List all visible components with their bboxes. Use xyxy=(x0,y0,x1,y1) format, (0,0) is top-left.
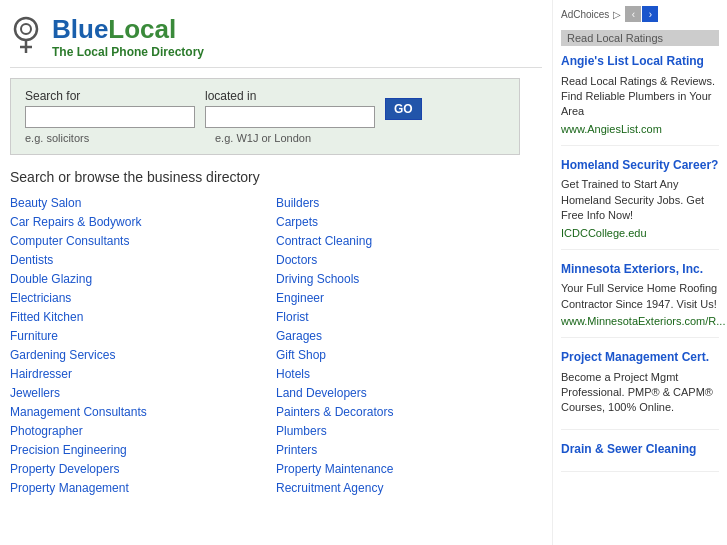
ad-body: Get Trained to Start Any Homeland Securi… xyxy=(561,177,719,223)
directory-link[interactable]: Gardening Services xyxy=(10,348,115,362)
list-item: Management Consultants xyxy=(10,404,276,419)
list-item: Garages xyxy=(276,328,542,343)
directory-link[interactable]: Photographer xyxy=(10,424,83,438)
ads-container: Angie's List Local RatingRead Local Rati… xyxy=(561,54,719,472)
next-arrow[interactable]: › xyxy=(642,6,658,22)
list-item: Precision Engineering xyxy=(10,442,276,457)
directory-link[interactable]: Gift Shop xyxy=(276,348,326,362)
ad-block: Minnesota Exteriors, Inc.Your Full Servi… xyxy=(561,262,719,338)
directory-link[interactable]: Doctors xyxy=(276,253,317,267)
ad-block: Drain & Sewer Cleaning xyxy=(561,442,719,473)
list-item: Electricians xyxy=(10,290,276,305)
directory-col1: Beauty SalonCar Repairs & BodyworkComput… xyxy=(10,195,276,499)
search-box: Search for located in GO e.g. solicitors… xyxy=(10,78,520,155)
list-item: Double Glazing xyxy=(10,271,276,286)
list-item: Gift Shop xyxy=(276,347,542,362)
ad-body: Become a Project Mgmt Professional. PMP®… xyxy=(561,370,719,416)
directory-link[interactable]: Double Glazing xyxy=(10,272,92,286)
list-item: Hairdresser xyxy=(10,366,276,381)
ad-title[interactable]: Drain & Sewer Cleaning xyxy=(561,442,719,458)
search-input[interactable] xyxy=(25,106,195,128)
browse-heading: Search or browse the business directory xyxy=(10,169,542,185)
directory-link[interactable]: Electricians xyxy=(10,291,71,305)
ad-title[interactable]: Minnesota Exteriors, Inc. xyxy=(561,262,719,278)
location-hint: e.g. W1J or London xyxy=(215,132,311,144)
directory-link[interactable]: Carpets xyxy=(276,215,318,229)
directory-link[interactable]: Beauty Salon xyxy=(10,196,81,210)
directory-link[interactable]: Recruitment Agency xyxy=(276,481,383,495)
list-item: Plumbers xyxy=(276,423,542,438)
directory-link[interactable]: Fitted Kitchen xyxy=(10,310,83,324)
read-local-bar: Read Local Ratings xyxy=(561,30,719,46)
svg-point-1 xyxy=(21,24,31,34)
directory-link[interactable]: Precision Engineering xyxy=(10,443,127,457)
prev-arrow[interactable]: ‹ xyxy=(625,6,641,22)
list-item: Jewellers xyxy=(10,385,276,400)
list-item: Property Maintenance xyxy=(276,461,542,476)
directory-col2: BuildersCarpetsContract CleaningDoctorsD… xyxy=(276,195,542,499)
located-in-label: located in xyxy=(205,89,375,103)
directory-link[interactable]: Land Developers xyxy=(276,386,367,400)
list-item: Property Developers xyxy=(10,461,276,476)
go-button[interactable]: GO xyxy=(385,98,422,120)
directory-link[interactable]: Printers xyxy=(276,443,317,457)
list-item: Carpets xyxy=(276,214,542,229)
list-item: Property Management xyxy=(10,480,276,495)
search-hint: e.g. solicitors xyxy=(25,132,195,144)
directory-link[interactable]: Car Repairs & Bodywork xyxy=(10,215,141,229)
adchoices-bar: AdChoices ▷ ‹ › xyxy=(561,6,719,22)
list-item: Fitted Kitchen xyxy=(10,309,276,324)
directory-link[interactable]: Plumbers xyxy=(276,424,327,438)
list-item: Computer Consultants xyxy=(10,233,276,248)
list-item: Contract Cleaning xyxy=(276,233,542,248)
directory: Beauty SalonCar Repairs & BodyworkComput… xyxy=(10,195,542,499)
list-item: Furniture xyxy=(10,328,276,343)
directory-link[interactable]: Florist xyxy=(276,310,309,324)
directory-link[interactable]: Property Management xyxy=(10,481,129,495)
search-for-label: Search for xyxy=(25,89,195,103)
ad-body: Read Local Ratings & Reviews. Find Relia… xyxy=(561,74,719,120)
directory-link[interactable]: Garages xyxy=(276,329,322,343)
ad-url: www.MinnesotaExteriors.com/R... xyxy=(561,315,719,327)
directory-link[interactable]: Property Developers xyxy=(10,462,119,476)
directory-link[interactable]: Management Consultants xyxy=(10,405,147,419)
logo-text: BlueLocal xyxy=(52,14,204,45)
logo-tagline: The Local Phone Directory xyxy=(52,45,204,59)
list-item: Builders xyxy=(276,195,542,210)
list-item: Hotels xyxy=(276,366,542,381)
adchoices-text: AdChoices xyxy=(561,9,609,20)
list-item: Engineer xyxy=(276,290,542,305)
sidebar: AdChoices ▷ ‹ › Read Local Ratings Angie… xyxy=(552,0,727,545)
ad-block: Project Management Cert.Become a Project… xyxy=(561,350,719,430)
ad-url: ICDCCollege.edu xyxy=(561,227,719,239)
directory-link[interactable]: Contract Cleaning xyxy=(276,234,372,248)
ad-block: Homeland Security Career?Get Trained to … xyxy=(561,158,719,250)
list-item: Printers xyxy=(276,442,542,457)
directory-link[interactable]: Dentists xyxy=(10,253,53,267)
ad-title[interactable]: Angie's List Local Rating xyxy=(561,54,719,70)
directory-link[interactable]: Computer Consultants xyxy=(10,234,129,248)
list-item: Land Developers xyxy=(276,385,542,400)
ad-title[interactable]: Project Management Cert. xyxy=(561,350,719,366)
directory-link[interactable]: Jewellers xyxy=(10,386,60,400)
directory-link[interactable]: Driving Schools xyxy=(276,272,359,286)
directory-link[interactable]: Engineer xyxy=(276,291,324,305)
directory-link[interactable]: Hairdresser xyxy=(10,367,72,381)
ad-body: Your Full Service Home Roofing Contracto… xyxy=(561,281,719,312)
logo-icon xyxy=(10,15,46,58)
ad-title[interactable]: Homeland Security Career? xyxy=(561,158,719,174)
list-item: Florist xyxy=(276,309,542,324)
location-input[interactable] xyxy=(205,106,375,128)
list-item: Painters & Decorators xyxy=(276,404,542,419)
list-item: Photographer xyxy=(10,423,276,438)
directory-link[interactable]: Furniture xyxy=(10,329,58,343)
ad-block: Angie's List Local RatingRead Local Rati… xyxy=(561,54,719,146)
ad-url: www.AngiesList.com xyxy=(561,123,719,135)
directory-link[interactable]: Hotels xyxy=(276,367,310,381)
directory-link[interactable]: Painters & Decorators xyxy=(276,405,393,419)
directory-link[interactable]: Property Maintenance xyxy=(276,462,393,476)
list-item: Doctors xyxy=(276,252,542,267)
list-item: Dentists xyxy=(10,252,276,267)
list-item: Gardening Services xyxy=(10,347,276,362)
directory-link[interactable]: Builders xyxy=(276,196,319,210)
